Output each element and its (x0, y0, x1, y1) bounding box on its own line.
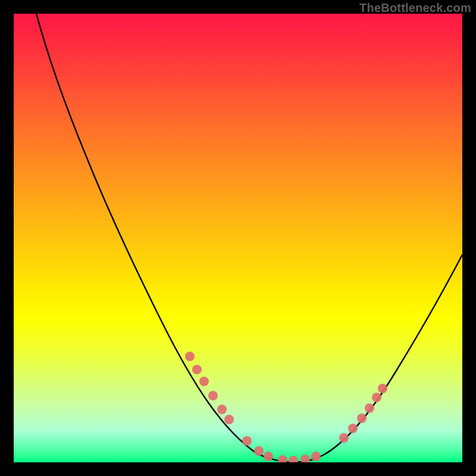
marker-dot (192, 365, 202, 374)
marker-dot (339, 433, 349, 443)
chart-svg (14, 14, 462, 462)
marker-dot (208, 391, 218, 400)
marker-dot (217, 405, 227, 414)
marker-dot (224, 415, 234, 424)
chart-frame: TheBottleneck.com (0, 0, 476, 476)
plot-area (14, 14, 462, 462)
marker-dot (365, 403, 374, 413)
marker-dot (254, 446, 264, 456)
marker-dot (289, 456, 298, 462)
marker-dot (348, 424, 358, 433)
marker-dot (185, 352, 195, 361)
marker-dot (278, 455, 287, 462)
marker-dot (357, 414, 367, 423)
marker-dot (372, 393, 381, 402)
marker-dot (242, 436, 252, 446)
bottleneck-curve (36, 14, 462, 462)
marker-dot (199, 377, 209, 386)
marker-dot (300, 455, 310, 462)
marker-dot (264, 452, 273, 461)
marker-dot (378, 384, 387, 393)
marker-group (185, 352, 387, 462)
marker-dot (311, 452, 321, 461)
watermark-text: TheBottleneck.com (359, 1, 471, 15)
